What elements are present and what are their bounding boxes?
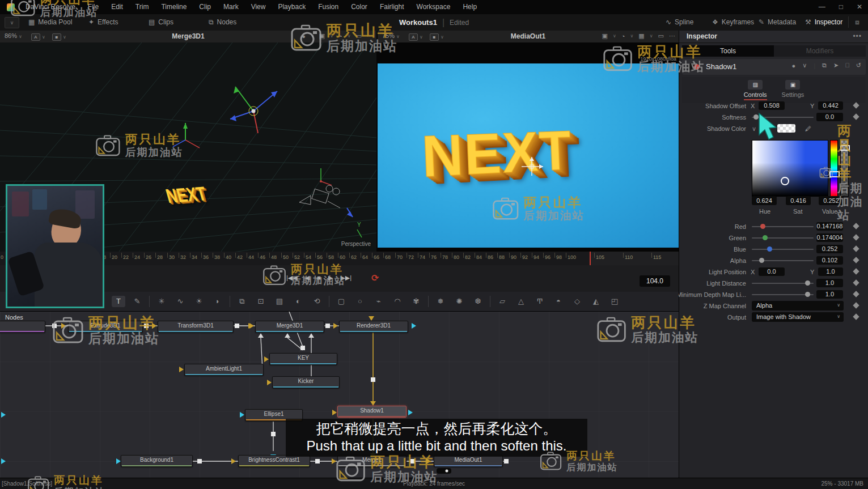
page-switch-chevron[interactable]: ∨ [5, 17, 19, 28]
metadata-button[interactable]: ✎Metadata [755, 16, 799, 28]
current-frame-field[interactable]: 104.0 [640, 275, 670, 287]
hue-value[interactable]: 0.624 [752, 196, 777, 205]
left-viewer-icon-4[interactable]: ⋯ [367, 32, 373, 40]
effects-button[interactable]: ✦Effects [85, 16, 122, 28]
inspector-button[interactable]: ⚒Inspector [802, 16, 846, 28]
left-viewer-icon-0[interactable]: ● [302, 33, 306, 40]
alpha-slider[interactable] [840, 140, 849, 197]
node-merge3d1[interactable]: Merge3D1 [255, 321, 324, 333]
slider-track[interactable] [752, 283, 814, 284]
value-field[interactable]: 0.147168 [816, 222, 843, 231]
cleanfeed-button[interactable]: ⧈ [852, 16, 863, 28]
menu-help[interactable]: Help [456, 0, 483, 14]
keyframe-diamond[interactable] [853, 223, 859, 229]
dropdown-z-map-channel[interactable]: Alpha∨ [752, 301, 844, 311]
value-field[interactable]: 0.102 [816, 256, 843, 265]
value-value[interactable]: 0.252 [819, 196, 844, 205]
node-color-chevron[interactable]: ∨ [802, 62, 807, 69]
menu-view[interactable]: View [245, 0, 272, 14]
clips-button[interactable]: ▤Clips [145, 16, 177, 28]
color-expand-chevron[interactable]: ∨ [752, 125, 756, 133]
reset-icon[interactable]: ↺ [856, 62, 861, 69]
color-curves-icon[interactable]: ∿ [173, 296, 187, 307]
node-transform3d1[interactable]: Transform3D1 [158, 321, 234, 333]
node-kicker[interactable]: Kicker [272, 376, 340, 388]
value-field[interactable]: 1.0 [816, 279, 843, 287]
particles-2-icon[interactable]: ✺ [452, 296, 466, 307]
keyframe-diamond[interactable] [853, 279, 859, 286]
menu-mark[interactable]: Mark [217, 0, 245, 14]
rectangle-mask-icon[interactable]: ▢ [335, 296, 348, 307]
node-background1[interactable]: Background1 [121, 455, 193, 467]
render-viewer[interactable]: 1920x1080xfloa NEXT [378, 42, 679, 252]
color-swatch[interactable] [777, 124, 795, 133]
inspector-tab-modifiers[interactable]: Modifiers [774, 45, 866, 57]
slider-track[interactable] [752, 117, 814, 118]
right-viewer-icon-3[interactable]: ▭ [658, 32, 664, 40]
playhead[interactable] [590, 252, 591, 265]
node-shadow1[interactable]: Shadow1 [337, 406, 407, 418]
stop-button[interactable]: ■ [317, 274, 321, 282]
menu-timeline[interactable]: Timeline [155, 0, 193, 14]
spotlight-3d-icon[interactable]: ◭ [589, 296, 603, 307]
hue-selector[interactable] [829, 171, 840, 177]
node-color-dot[interactable]: ● [792, 62, 796, 69]
menu-playback[interactable]: Playback [272, 0, 312, 14]
node-edge[interactable] [0, 321, 45, 333]
left-viewer-icon-3[interactable]: ▭ [356, 32, 362, 40]
play-reverse-button[interactable]: ◀ [305, 274, 310, 282]
camera-3d-icon[interactable]: ◇ [570, 296, 584, 307]
transform-icon[interactable]: ⧉ [235, 296, 249, 307]
slider-knob[interactable] [759, 258, 764, 263]
right-viewer-icon-0[interactable]: ▣ [602, 32, 608, 40]
inspector-tab-tools[interactable]: Tools [682, 45, 774, 57]
y-value-field[interactable]: 1.0 [818, 267, 843, 276]
layers-icon[interactable]: ▤ [273, 296, 286, 307]
node-extrude3d1[interactable]: Extrude3D1 [68, 321, 143, 333]
slider-track[interactable] [752, 226, 814, 227]
menu-color[interactable]: Color [345, 0, 374, 14]
loop-button[interactable]: ⟳ [371, 273, 379, 283]
sat-value[interactable]: 0.416 [786, 196, 811, 205]
blur-icon[interactable]: ◗ [211, 296, 225, 307]
node-key[interactable]: KEY [269, 353, 337, 365]
slider-knob[interactable] [760, 224, 765, 229]
crop-icon[interactable]: ⟲ [310, 296, 324, 307]
node-renderer3d1[interactable]: Renderer3D1 [339, 321, 408, 333]
right-viewer-icon-2[interactable]: ▦ [638, 32, 644, 40]
text-3d-icon[interactable]: Ͳ [533, 296, 547, 307]
skip-to-end-button[interactable]: ▶▶| [340, 274, 352, 282]
renderer-3d-icon[interactable]: ◰ [608, 296, 621, 307]
right-viewer-icon-4[interactable]: ⋯ [669, 32, 675, 40]
particles-3-icon[interactable]: ❆ [471, 296, 485, 307]
eyedropper-icon[interactable]: 🖉 [805, 125, 811, 132]
mask-noise-icon[interactable]: ✳ [155, 296, 168, 307]
nodes-button[interactable]: ⧉Nodes [205, 16, 240, 28]
slider-track[interactable] [752, 294, 814, 295]
slider-knob[interactable] [805, 292, 810, 297]
menu-clip[interactable]: Clip [193, 0, 217, 14]
keyframe-diamond[interactable] [853, 245, 859, 252]
merge-3d-icon[interactable]: ◓ [552, 296, 565, 307]
text-tool-icon[interactable]: T [112, 296, 125, 307]
slider-track[interactable] [752, 237, 814, 239]
dropdown-output[interactable]: Image with Shadow∨ [752, 312, 844, 322]
skip-to-start-button[interactable]: |◀◀ [286, 274, 298, 282]
keyframe-diamond[interactable] [853, 268, 859, 274]
sv-selector[interactable] [781, 177, 789, 185]
polygon-mask-icon[interactable]: ✾ [409, 296, 423, 307]
paint-tool-icon[interactable]: ✎ [130, 296, 144, 307]
menu-edit[interactable]: Edit [105, 0, 129, 14]
lock-icon[interactable]: ⎕ [845, 62, 849, 69]
brightness-icon[interactable]: ☀ [192, 296, 206, 307]
keyframe-diamond[interactable] [853, 302, 859, 308]
inspector-menu-button[interactable]: ••• [853, 32, 862, 40]
menu-fusion[interactable]: Fusion [312, 0, 345, 14]
alpha-selector[interactable] [840, 145, 850, 151]
keyframes-button[interactable]: ❖Keyframes [709, 16, 757, 28]
slider-track[interactable] [752, 260, 814, 261]
particles-1-icon[interactable]: ❅ [434, 296, 447, 307]
node-merge1[interactable]: Merge1 [337, 455, 407, 467]
maximize-button[interactable]: □ [839, 0, 843, 14]
value-field[interactable]: 0.0 [816, 113, 843, 121]
